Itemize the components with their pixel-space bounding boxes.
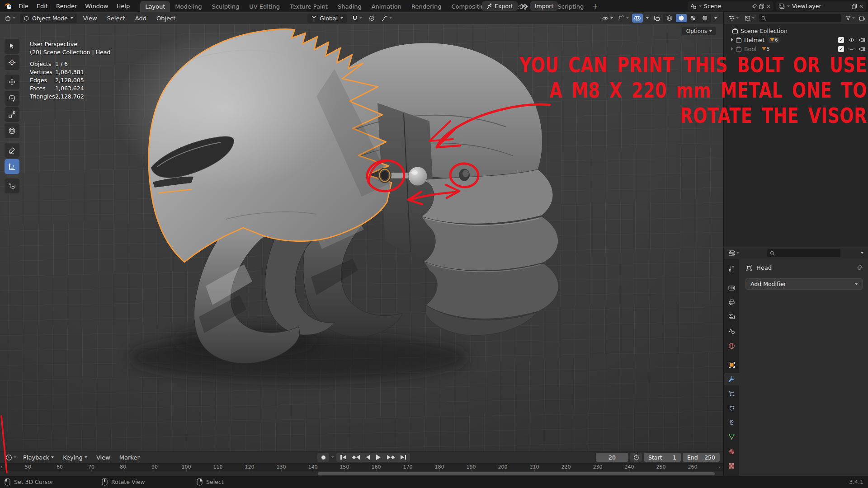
import-button[interactable]: Import — [530, 1, 558, 11]
current-frame-field[interactable]: 20 — [596, 453, 628, 462]
new-collection-button[interactable] — [859, 15, 865, 21]
shading-rendered-button[interactable] — [699, 14, 710, 22]
camera-icon[interactable] — [859, 47, 865, 52]
outliner-search-input[interactable] — [759, 14, 841, 22]
proportional-editing-toggle[interactable] — [367, 14, 377, 23]
view-layer-selector[interactable]: ViewLayer — [776, 1, 866, 11]
menu-marker[interactable]: Marker — [115, 451, 144, 464]
menu-keying[interactable]: Keying — [59, 451, 91, 464]
frame-end-field[interactable]: End250 — [683, 453, 720, 462]
chevron-down-icon[interactable] — [331, 456, 334, 458]
camera-icon[interactable] — [859, 38, 865, 42]
tab-world[interactable] — [724, 339, 739, 352]
tool-add-cube[interactable] — [5, 178, 19, 193]
auto-keying-button[interactable] — [317, 453, 329, 462]
gizmos-dropdown[interactable] — [616, 14, 631, 23]
viewport-3d[interactable]: Options — [0, 24, 723, 451]
tab-particles[interactable] — [724, 387, 739, 400]
tool-rotate[interactable] — [5, 91, 19, 106]
editor-type-button[interactable] — [3, 14, 17, 23]
tab-physics[interactable] — [724, 402, 739, 414]
workspace-tab-sculpting[interactable]: Sculpting — [207, 1, 244, 12]
tab-tool[interactable] — [724, 263, 739, 275]
shading-material-button[interactable] — [688, 14, 698, 22]
add-modifier-button[interactable]: Add Modifier — [745, 278, 863, 290]
tab-scene[interactable] — [724, 325, 739, 338]
new-copy-icon[interactable] — [852, 4, 857, 9]
workspace-tab-animation[interactable]: Animation — [367, 1, 406, 12]
menu-window[interactable]: Window — [81, 0, 112, 12]
timeline-editor-type-button[interactable] — [4, 453, 18, 462]
tool-annotate[interactable] — [5, 143, 19, 158]
play-button[interactable] — [373, 453, 384, 462]
menu-object[interactable]: Object — [153, 15, 179, 22]
timeline-ruler[interactable]: › ‹ 506070809010011012013014015016017018… — [0, 463, 723, 471]
tool-scale[interactable] — [5, 107, 19, 122]
eye-open-icon[interactable] — [848, 38, 855, 42]
outliner-row-scene-collection[interactable]: Scene Collection — [724, 26, 868, 35]
tab-modifiers[interactable] — [724, 373, 739, 385]
workspace-tab-shading[interactable]: Shading — [333, 1, 367, 12]
next-keyframe-button[interactable] — [384, 453, 397, 462]
jump-to-start-button[interactable] — [337, 453, 349, 462]
options-dropdown[interactable]: Options — [682, 27, 716, 35]
transform-orientation-dropdown[interactable]: Global — [307, 14, 347, 23]
tool-measure[interactable] — [5, 159, 19, 174]
menu-help[interactable]: Help — [113, 0, 134, 12]
object-visibility-dropdown[interactable] — [600, 14, 615, 23]
tab-object[interactable] — [724, 358, 739, 371]
tool-select-tweak[interactable] — [5, 39, 19, 54]
tab-material[interactable] — [724, 445, 739, 458]
shading-wireframe-button[interactable] — [664, 14, 675, 22]
workspace-tab-layout[interactable]: Layout — [140, 1, 170, 12]
properties-editor-type-button[interactable] — [726, 249, 741, 258]
play-reverse-button[interactable] — [363, 453, 373, 462]
properties-options-dropdown[interactable] — [861, 252, 863, 254]
selectability-checkbox[interactable]: ✓ — [838, 37, 844, 43]
add-workspace-button[interactable]: + — [589, 2, 602, 10]
workspace-tab-texture-paint[interactable]: Texture Paint — [285, 1, 333, 12]
menu-view[interactable]: View — [80, 15, 101, 22]
menu-playback[interactable]: Playback — [19, 451, 58, 464]
eye-closed-icon[interactable] — [848, 47, 855, 52]
new-copy-icon[interactable] — [759, 4, 764, 9]
tool-3d-cursor[interactable] — [5, 55, 19, 70]
jump-to-end-button[interactable] — [397, 453, 410, 462]
tab-constraints[interactable] — [724, 416, 739, 429]
menu-select[interactable]: Select — [104, 15, 129, 22]
export-button[interactable]: Export — [482, 1, 518, 11]
workspace-tab-scripting[interactable]: Scripting — [553, 1, 589, 12]
shading-dropdown-icon[interactable] — [714, 17, 717, 19]
menu-view-timeline[interactable]: View — [92, 451, 114, 464]
outliner-row-helmet[interactable]: Helmet 6 ✓ — [724, 35, 868, 44]
use-preview-range-button[interactable] — [630, 453, 642, 462]
expand-icon[interactable] — [731, 38, 733, 42]
tab-object-data[interactable] — [724, 431, 739, 443]
outliner-filter-id-dropdown[interactable] — [743, 14, 756, 23]
selectability-checkbox[interactable]: ✓ — [838, 46, 844, 52]
workspace-tab-rendering[interactable]: Rendering — [406, 1, 446, 12]
outliner-filter-dropdown[interactable] — [844, 14, 857, 23]
workspace-tab-uv-editing[interactable]: UV Editing — [244, 1, 285, 12]
menu-add[interactable]: Add — [132, 15, 150, 22]
prev-keyframe-button[interactable] — [349, 453, 363, 462]
frame-start-field[interactable]: Start1 — [644, 453, 681, 462]
shading-solid-button[interactable] — [676, 14, 687, 22]
overlays-dropdown[interactable] — [644, 14, 651, 23]
menu-render[interactable]: Render — [52, 0, 81, 12]
blender-logo-icon[interactable] — [4, 2, 13, 11]
expand-icon[interactable] — [731, 47, 733, 51]
proportional-falloff-dropdown[interactable] — [380, 14, 394, 23]
menu-edit[interactable]: Edit — [33, 0, 52, 12]
tool-move[interactable] — [5, 75, 19, 89]
outliner-display-mode-dropdown[interactable] — [726, 14, 741, 23]
workspace-tab-modeling[interactable]: Modeling — [170, 1, 207, 12]
mode-dropdown[interactable]: Object Mode — [20, 14, 77, 23]
pin-icon[interactable] — [752, 4, 757, 9]
pin-icon[interactable] — [857, 265, 863, 271]
tab-texture[interactable] — [724, 460, 739, 472]
snap-toggle[interactable] — [350, 14, 364, 23]
scrollbar-thumb[interactable] — [318, 472, 715, 475]
scene-selector[interactable]: Scene — [688, 1, 774, 11]
tab-view-layer[interactable] — [724, 310, 739, 323]
